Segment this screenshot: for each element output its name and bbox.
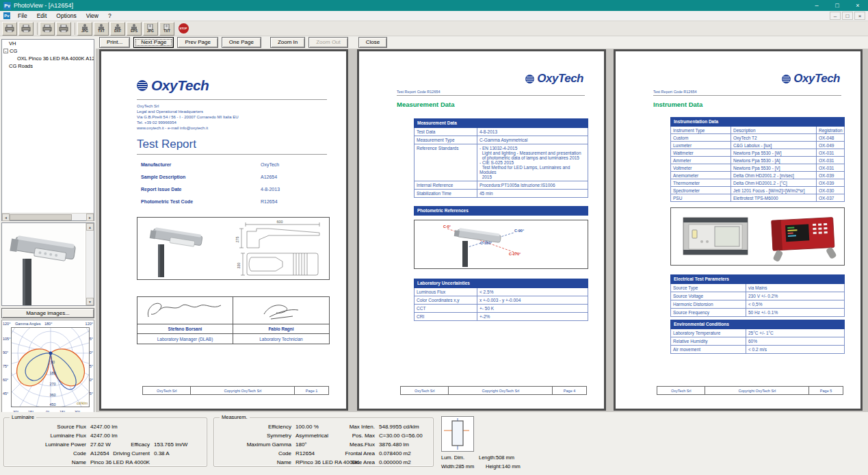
close-button[interactable]: Close xyxy=(358,37,387,48)
menu-options[interactable]: Options xyxy=(51,12,81,19)
luminaire-photo xyxy=(2,223,84,305)
one-page-button[interactable]: One Page xyxy=(222,37,261,48)
menu-file[interactable]: File xyxy=(13,12,32,19)
page-footer: OxyTech Srl Copyright OxyTech Srl Page 4 xyxy=(400,386,587,395)
report-page-3: OxyTech Test Report Code R12654 Instrume… xyxy=(614,49,863,411)
prev-page-button[interactable]: Prev Page xyxy=(177,37,218,48)
divider xyxy=(137,99,327,100)
tree-item-cg[interactable]: - CG xyxy=(2,47,94,55)
menu-help[interactable]: ? xyxy=(103,12,116,19)
product-images-box: 600 275 330 xyxy=(137,217,330,280)
mdi-minimize-icon[interactable]: – xyxy=(830,12,841,20)
measurement-panel: Measurem. Efficiency100.00 % SymmetryAsy… xyxy=(213,418,434,467)
polar-plot-svg: 90 180 270 360 450 xyxy=(12,328,90,407)
page-number: Page 5 xyxy=(809,387,843,394)
luminaire-dimensions-sketch xyxy=(441,416,474,452)
collapse-icon[interactable]: - xyxy=(3,49,8,53)
instrumentation-data-table: Instrumentation Data Instrument Type Des… xyxy=(670,117,845,202)
radial-tick: 360 xyxy=(49,393,55,397)
table-title: Instrumentation Data xyxy=(670,117,845,127)
tree-horizontal-scrollbar[interactable]: ◄ ► xyxy=(2,213,94,220)
report-preview-area: OxyTech OxyTech Srl Legal and Operationa… xyxy=(96,49,868,412)
cplane-label: C-270° xyxy=(509,252,521,256)
table-title: Electrical Test Parameters xyxy=(670,274,845,284)
report-page-2: OxyTech Test Report Code R12654 Measurem… xyxy=(357,49,606,411)
title-bar: Pv PhotoView - [A12654] – □ × xyxy=(0,0,868,11)
minimize-icon[interactable]: – xyxy=(806,0,827,11)
tree-item-oxl-pinco[interactable]: OXL Pinco 36 LED RA 4000K A12 xyxy=(2,55,94,62)
photo-vertical-scrollbar[interactable]: ▲ ▼ xyxy=(86,223,94,305)
oxytech-logo: OxyTech xyxy=(525,72,583,86)
tree-item-cg-roads[interactable]: CG Roads xyxy=(2,62,94,70)
copy-txt-icon[interactable]: TXT xyxy=(159,22,174,36)
print-photometry-icon[interactable] xyxy=(18,22,34,36)
photometric-references-title: Photometric References xyxy=(414,206,588,216)
scroll-left-icon[interactable]: ◄ xyxy=(2,214,10,221)
pos-max-value: C=30.00 G=56.00 xyxy=(379,433,423,439)
restore-icon[interactable]: □ xyxy=(827,0,847,11)
export-eps-icon[interactable]: EPS xyxy=(127,22,142,36)
tree-item-vh[interactable]: VH xyxy=(2,40,94,47)
luminaire-photo-panel: ▲ ▼ xyxy=(1,222,94,306)
field-manufacturer: Manufacturer OxyTech xyxy=(141,162,279,167)
polar-title: Gamma Angles xyxy=(15,322,41,326)
signer-role: Laboratory Manager (DLAB) xyxy=(157,337,213,342)
page-number: Page 4 xyxy=(553,387,586,394)
zoom-in-button[interactable]: Zoom In xyxy=(270,37,305,48)
close-icon[interactable]: × xyxy=(847,0,868,11)
scroll-right-icon[interactable]: ► xyxy=(86,214,94,221)
zoom-out-button: Zoom Out xyxy=(308,37,348,48)
polar-side-label: 75° xyxy=(3,364,8,368)
mdi-close-icon[interactable]: × xyxy=(854,12,865,20)
toolbar-separator xyxy=(75,23,75,35)
page-nav-bar: Print... Next Page Prev Page One Page Zo… xyxy=(99,37,391,48)
scroll-down-icon[interactable]: ▼ xyxy=(86,298,94,305)
next-page-button[interactable]: Next Page xyxy=(133,37,174,48)
print-table-icon[interactable] xyxy=(56,22,71,36)
printer-icon xyxy=(59,25,68,32)
menu-bar: Pv File Edit Options View ? – □ × xyxy=(0,11,868,21)
mdi-restore-icon[interactable]: □ xyxy=(842,12,853,20)
printer-icon xyxy=(21,25,31,32)
lum-dim-drawing xyxy=(442,417,473,451)
export-dxf-icon[interactable]: DXF xyxy=(110,22,125,36)
menu-edit[interactable]: Edit xyxy=(32,12,52,19)
print-report-icon[interactable] xyxy=(40,22,55,36)
photometric-references-image: C-0° C-90° C-180° C-270° xyxy=(414,220,588,269)
maximum-gamma-value: 180° xyxy=(295,441,307,448)
page-number: Page 1 xyxy=(295,387,328,394)
signature-table: Stefano Borsani Fabio Ragni Laboratory M… xyxy=(137,296,330,344)
window-title: PhotoView - [A12654] xyxy=(14,2,73,9)
signer-name: Fabio Ragni xyxy=(268,326,293,331)
instrument-photos xyxy=(671,208,844,265)
table-title: Laboratory Uncertainties xyxy=(414,279,588,288)
field-report-issue-date: Report Issue Date 4-8-2013 xyxy=(141,187,280,192)
table-row: AmmeterNewtons Ppa 5530 - [A]OX-031 xyxy=(671,157,844,164)
instrument-photos-box xyxy=(670,207,845,266)
lum-dim-width: Width:285 mm xyxy=(441,463,474,470)
efficacy-value: 153.765 lm/W xyxy=(154,441,187,448)
table-row: AnemometerDelta Ohm HD2001.2 - [m/sec]OX… xyxy=(671,172,844,179)
oxytech-logo-icon xyxy=(137,80,148,91)
scroll-up-icon[interactable]: ▲ xyxy=(86,223,94,231)
print-button[interactable]: Print... xyxy=(99,37,130,48)
menu-view[interactable]: View xyxy=(81,12,103,19)
stop-button[interactable]: STOP xyxy=(176,22,191,36)
source-flux-value: 4247.00 lm xyxy=(90,424,118,430)
copy-jpg-icon[interactable]: JPG xyxy=(143,22,158,36)
manage-images-button[interactable]: Manage images... xyxy=(1,308,94,318)
field-photometric-test-code: Photometric Test Code R12654 xyxy=(141,199,278,204)
scrollbar-thumb[interactable] xyxy=(10,214,72,220)
dim-height-label: 275 xyxy=(235,236,239,242)
measurement-data-table: Measurement Data Test Data4-8-2013 Measu… xyxy=(414,118,588,198)
luminaire-center-dot xyxy=(49,352,53,355)
table-row: WattmeterNewtons Ppa 5530 - [W]OX-031 xyxy=(671,149,844,157)
print-eulumdat-icon[interactable] xyxy=(2,22,17,36)
polar-side-label: 45° xyxy=(3,391,8,396)
toolbar: JPG TXT DXF EPS JPG TXT STOP xyxy=(0,21,868,36)
radial-tick: 90 xyxy=(51,360,55,364)
export-jpg-icon[interactable]: JPG xyxy=(77,22,92,36)
divider xyxy=(653,95,841,96)
export-txt-icon[interactable]: TXT xyxy=(94,22,109,36)
table-row: CustomOxyTech T2OX-048 xyxy=(671,134,844,142)
